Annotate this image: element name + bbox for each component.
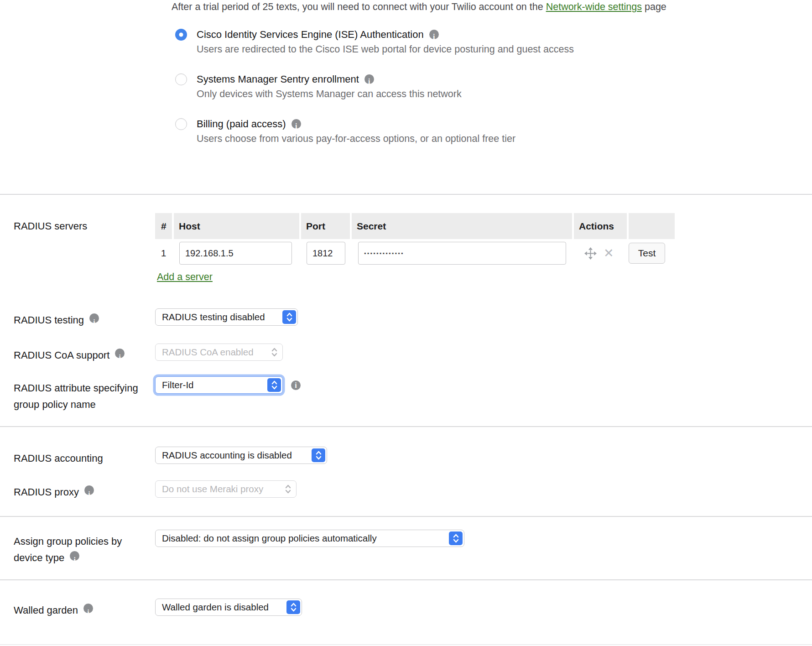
info-icon[interactable] [115, 349, 125, 358]
section-divider [0, 644, 812, 645]
info-icon[interactable] [429, 30, 439, 39]
assign-group-policies-value: Disabled: do not assign group policies a… [162, 533, 377, 544]
select-stepper-icon [267, 378, 281, 392]
twilio-trial-note-text: After a trial period of 25 texts, you wi… [172, 1, 543, 12]
radius-attribute-row: RADIUS attribute specifying group policy… [0, 376, 812, 413]
select-stepper-icon [286, 600, 300, 614]
option-billing-description: Users choose from various pay-for-access… [197, 133, 515, 145]
server-row-actions [574, 247, 627, 260]
select-stepper-icon [312, 448, 325, 462]
radius-accounting-select[interactable]: RADIUS accounting is disabled [155, 447, 327, 464]
radius-coa-row: RADIUS CoA support RADIUS CoA enabled [0, 344, 812, 364]
walled-garden-row: Walled garden Walled garden is disabled [0, 580, 812, 619]
radius-proxy-select: Do not use Meraki proxy [155, 480, 297, 498]
radius-attribute-label: RADIUS attribute specifying group policy… [0, 376, 139, 413]
radius-proxy-value: Do not use Meraki proxy [162, 484, 263, 495]
radius-servers-table-header: # Host Port Secret Actions [155, 213, 812, 239]
port-input[interactable] [307, 242, 345, 265]
info-icon[interactable] [70, 551, 79, 561]
add-server-link[interactable]: Add a server [157, 271, 213, 283]
header-port: Port [301, 213, 350, 239]
header-actions: Actions [574, 213, 627, 239]
radius-proxy-row: RADIUS proxy Do not use Meraki proxy [0, 480, 812, 500]
assign-group-policies-label: Assign group policies by device type [14, 536, 122, 563]
info-icon[interactable] [89, 313, 99, 323]
option-sm-sentry-description: Only devices with Systems Manager can ac… [197, 88, 462, 100]
header-host: Host [174, 213, 299, 239]
assign-group-policies-row: Assign group policies by device type Dis… [0, 517, 812, 566]
splash-access-settings-page: After a trial period of 25 texts, you wi… [0, 0, 812, 646]
header-extra [629, 213, 675, 239]
walled-garden-select[interactable]: Walled garden is disabled [155, 599, 302, 616]
option-cisco-ise-label: Cisco Identity Services Engine (ISE) Aut… [197, 29, 424, 40]
option-sm-sentry: Systems Manager Sentry enrollment Only d… [175, 73, 812, 100]
radius-coa-value: RADIUS CoA enabled [162, 347, 254, 358]
header-secret: Secret [352, 213, 572, 239]
twilio-trial-note: After a trial period of 25 texts, you wi… [0, 0, 812, 13]
secret-input[interactable] [358, 242, 566, 265]
info-icon[interactable] [84, 485, 94, 495]
delete-server-icon[interactable] [604, 247, 614, 260]
radius-testing-value: RADIUS testing disabled [162, 312, 265, 323]
info-icon[interactable] [364, 74, 374, 84]
radius-attribute-value: Filter-Id [162, 380, 193, 391]
radius-accounting-value: RADIUS accounting is disabled [162, 450, 292, 461]
info-icon[interactable] [291, 380, 301, 390]
info-icon[interactable] [83, 604, 93, 613]
host-input[interactable] [179, 242, 292, 265]
server-row-number: 1 [155, 248, 172, 259]
select-stepper-icon [282, 310, 296, 324]
radius-testing-select[interactable]: RADIUS testing disabled [155, 308, 298, 326]
radius-coa-label: RADIUS CoA support [14, 349, 109, 361]
radio-cisco-ise[interactable] [175, 29, 187, 41]
radius-coa-select: RADIUS CoA enabled [155, 344, 283, 361]
select-stepper-icon [449, 531, 463, 545]
radio-billing[interactable] [175, 118, 187, 130]
info-icon[interactable] [291, 119, 301, 129]
radio-sm-sentry[interactable] [175, 73, 187, 85]
select-stepper-icon [281, 482, 295, 496]
move-handle-icon[interactable] [584, 247, 597, 260]
twilio-trial-note-suffix: page [645, 1, 666, 12]
walled-garden-value: Walled garden is disabled [162, 602, 269, 613]
radius-proxy-label: RADIUS proxy [14, 486, 79, 498]
network-wide-settings-link[interactable]: Network-wide settings [546, 1, 642, 12]
radius-accounting-row: RADIUS accounting RADIUS accounting is d… [0, 427, 812, 467]
radius-testing-label: RADIUS testing [14, 314, 84, 326]
radius-attribute-select[interactable]: Filter-Id [155, 376, 283, 394]
radius-accounting-label: RADIUS accounting [0, 447, 139, 467]
option-cisco-ise: Cisco Identity Services Engine (ISE) Aut… [175, 28, 812, 55]
access-option-group: Cisco Identity Services Engine (ISE) Aut… [175, 28, 812, 145]
test-button[interactable]: Test [629, 243, 665, 264]
option-sm-sentry-label: Systems Manager Sentry enrollment [197, 73, 359, 85]
select-stepper-icon [267, 345, 281, 359]
header-num: # [155, 213, 172, 239]
radius-servers-label: RADIUS servers [0, 213, 155, 283]
option-cisco-ise-description: Users are redirected to the Cisco ISE we… [197, 43, 574, 55]
walled-garden-label: Walled garden [14, 604, 78, 616]
radius-servers-section: RADIUS servers # Host Port Secret Action… [0, 195, 812, 283]
assign-group-policies-select[interactable]: Disabled: do not assign group policies a… [155, 530, 464, 547]
radius-server-row: 1 [155, 242, 812, 265]
option-billing: Billing (paid access) Users choose from … [175, 118, 812, 145]
option-billing-label: Billing (paid access) [197, 118, 286, 130]
radius-testing-row: RADIUS testing RADIUS testing disabled [0, 308, 812, 328]
